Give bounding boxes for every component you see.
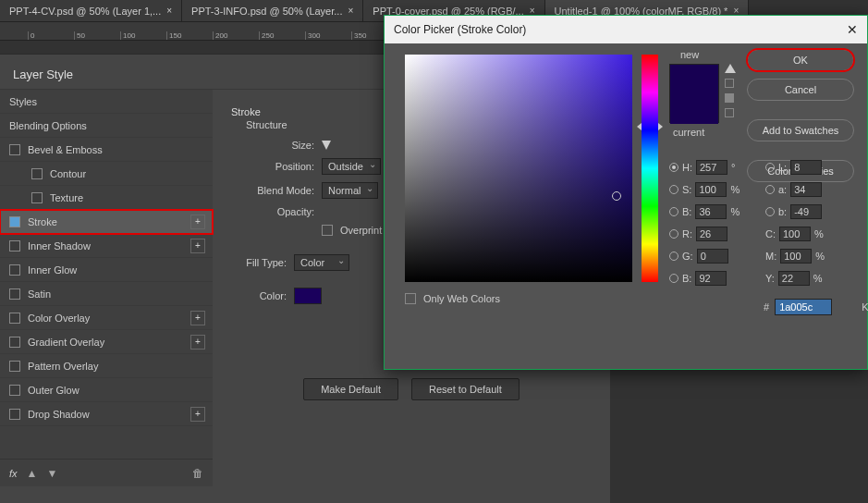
cancel-button[interactable]: Cancel (747, 79, 854, 101)
arrow-up-icon[interactable]: ▲ (27, 467, 38, 480)
effect-satin[interactable]: Satin (0, 282, 213, 306)
effect-bevel[interactable]: Bevel & Emboss (0, 138, 213, 162)
arrow-down-icon[interactable]: ▼ (46, 467, 57, 480)
effect-inner-shadow[interactable]: Inner Shadow+ (0, 234, 213, 258)
stroke-color-swatch[interactable] (294, 288, 322, 304)
s-radio[interactable] (669, 185, 679, 194)
label: Inner Glow (28, 264, 77, 276)
checkbox[interactable] (9, 337, 20, 348)
effect-inner-glow[interactable]: Inner Glow (0, 258, 213, 282)
label: Drop Shadow (28, 409, 90, 420)
a-input[interactable] (790, 182, 822, 197)
b-rgb-radio[interactable] (669, 274, 679, 283)
b-hsv-input[interactable] (695, 204, 727, 219)
effect-drop-shadow[interactable]: Drop Shadow+ (0, 402, 213, 426)
hue-slider-thumb[interactable] (637, 123, 663, 130)
color-picker-title: Color Picker (Stroke Color) (394, 23, 526, 36)
color-field[interactable] (405, 55, 632, 282)
checkbox[interactable] (9, 409, 20, 420)
effect-contour[interactable]: Contour (0, 162, 213, 186)
label: Satin (28, 288, 51, 300)
tab-label: PPT-3-INFO.psd @ 50% (Layer... (191, 6, 342, 17)
effect-texture[interactable]: Texture (0, 186, 213, 210)
h-radio[interactable] (669, 163, 679, 172)
color-picker-dialog: Color Picker (Stroke Color) ✕ new curren… (384, 15, 868, 370)
add-icon[interactable]: + (190, 311, 205, 325)
filltype-select[interactable]: Color (294, 254, 349, 271)
label: Outer Glow (28, 385, 79, 396)
checkbox[interactable] (9, 313, 20, 324)
l-input[interactable] (790, 160, 822, 175)
blending-options[interactable]: Blending Options (0, 114, 213, 138)
add-icon[interactable]: + (190, 239, 205, 253)
checkbox[interactable] (9, 240, 20, 252)
g-input[interactable] (697, 249, 728, 264)
effect-stroke[interactable]: Stroke+ (0, 210, 213, 234)
close-icon[interactable]: × (166, 6, 172, 16)
label: Contour (50, 168, 86, 179)
color-picker-titlebar[interactable]: Color Picker (Stroke Color) ✕ (385, 16, 867, 43)
color-compare-swatch[interactable] (669, 64, 719, 123)
label: Color Overlay (28, 313, 90, 324)
c-input[interactable] (779, 227, 811, 241)
b-lab-radio[interactable] (765, 207, 775, 216)
effect-color-overlay[interactable]: Color Overlay+ (0, 306, 213, 330)
g-radio[interactable] (669, 252, 679, 261)
fx-icon[interactable]: fx (9, 468, 18, 479)
close-icon[interactable]: × (348, 6, 353, 16)
checkbox[interactable] (9, 144, 20, 155)
make-default-button[interactable]: Make Default (303, 378, 398, 400)
websafe-warning-icon[interactable] (725, 93, 734, 103)
effects-list: Styles Blending Options Bevel & Emboss C… (0, 90, 213, 486)
add-icon[interactable]: + (190, 407, 205, 422)
gamut-warning-icon[interactable] (725, 64, 736, 73)
add-icon[interactable]: + (190, 215, 205, 229)
m-input[interactable] (780, 249, 812, 264)
b-rgb-input[interactable] (695, 271, 727, 286)
checkbox[interactable] (31, 192, 43, 203)
checkbox[interactable] (31, 168, 43, 179)
effect-gradient-overlay[interactable]: Gradient Overlay+ (0, 330, 213, 354)
gamut-swatch[interactable] (725, 79, 734, 88)
only-web-colors-label: Only Web Colors (423, 293, 500, 304)
a-radio[interactable] (765, 185, 775, 194)
position-select[interactable]: Outside (322, 158, 381, 175)
s-input[interactable] (695, 182, 727, 197)
opacity-label: Opacity: (231, 206, 314, 217)
tab-doc-1[interactable]: PPT-3-INFO.psd @ 50% (Layer...× (182, 0, 363, 21)
reset-default-button[interactable]: Reset to Default (411, 378, 520, 400)
size-slider[interactable] (322, 141, 331, 150)
only-web-colors-checkbox[interactable] (405, 293, 416, 304)
add-swatches-button[interactable]: Add to Swatches (747, 119, 854, 141)
r-input[interactable] (696, 227, 727, 241)
websafe-swatch[interactable] (725, 108, 734, 117)
close-icon[interactable]: ✕ (847, 22, 858, 37)
position-label: Position: (231, 161, 314, 172)
hex-input[interactable] (775, 299, 832, 315)
b-lab-input[interactable] (790, 204, 822, 219)
checkbox[interactable] (9, 216, 20, 227)
trash-icon[interactable]: 🗑 (192, 467, 203, 480)
styles-header[interactable]: Styles (0, 90, 213, 114)
b-hsv-radio[interactable] (669, 207, 679, 216)
checkbox[interactable] (9, 264, 20, 276)
r-radio[interactable] (669, 229, 679, 239)
add-icon[interactable]: + (190, 335, 205, 350)
color-label: Color: (231, 290, 287, 301)
h-input[interactable] (696, 160, 727, 175)
checkbox[interactable] (9, 361, 20, 372)
blendmode-select[interactable]: Normal (322, 182, 378, 199)
overprint-checkbox[interactable] (322, 225, 333, 236)
overprint-label: Overprint (340, 225, 382, 236)
label: Pattern Overlay (28, 361, 98, 372)
y-input[interactable] (778, 271, 810, 286)
hue-slider[interactable] (642, 55, 658, 282)
l-radio[interactable] (765, 163, 775, 172)
ok-button[interactable]: OK (747, 49, 854, 71)
tab-doc-0[interactable]: PPT-4-CV.psd @ 50% (Layer 1,...× (0, 0, 182, 21)
effect-outer-glow[interactable]: Outer Glow (0, 378, 213, 402)
effect-pattern-overlay[interactable]: Pattern Overlay (0, 354, 213, 378)
checkbox[interactable] (9, 385, 20, 396)
checkbox[interactable] (9, 288, 20, 300)
label: Stroke (28, 216, 57, 227)
